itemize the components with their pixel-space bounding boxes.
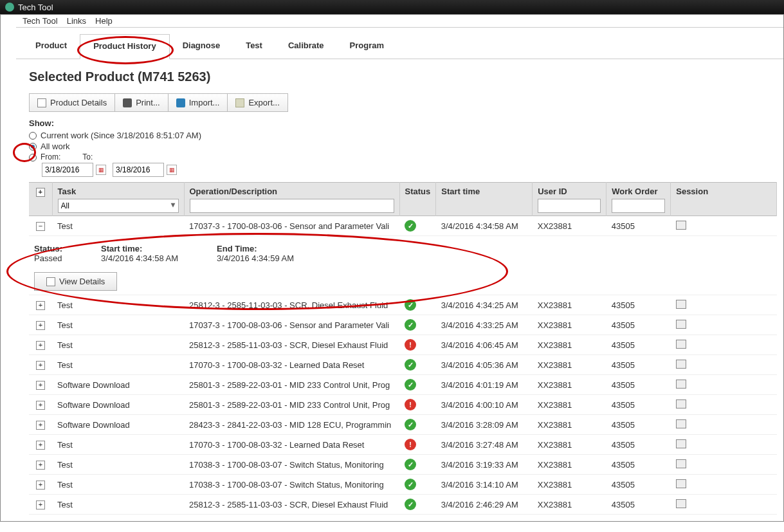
cell-user: XX23881 — [533, 495, 606, 515]
table-row[interactable]: +Test25812-3 - 2585-11-03-03 - SCR, Dies… — [29, 495, 777, 515]
cell-user: XX23881 — [533, 475, 606, 495]
cell-status: ✓ — [399, 455, 436, 475]
funnel-icon[interactable]: ▾ — [171, 200, 175, 209]
cell-start: 3/4/2016 4:34:25 AM — [436, 295, 533, 315]
to-date-input[interactable] — [113, 163, 164, 177]
table-row[interactable]: +Software Download28423-3 - 2841-22-03-0… — [29, 415, 777, 435]
cell-task: Test — [52, 475, 184, 495]
expand-icon[interactable]: + — [36, 481, 45, 490]
cell-operation: 25812-3 - 2585-11-03-03 - SCR, Diesel Ex… — [184, 295, 399, 315]
col-task[interactable]: Task — [58, 187, 77, 196]
expand-icon[interactable]: + — [36, 441, 45, 450]
radio-all-work[interactable]: All work — [29, 142, 777, 151]
table-row[interactable]: +Test17038-3 - 1700-08-03-07 - Switch St… — [29, 455, 777, 475]
table-row[interactable]: +Test17070-3 - 1700-08-03-32 - Learned D… — [29, 435, 777, 455]
col-workorder[interactable]: Work Order — [612, 187, 657, 196]
col-start[interactable]: Start time — [441, 187, 480, 196]
session-icon[interactable] — [676, 380, 686, 389]
expand-icon[interactable]: + — [36, 401, 45, 410]
cell-status: ! — [399, 395, 436, 415]
product-details-button[interactable]: Product Details — [30, 94, 115, 111]
table-row[interactable]: +Test17038-3 - 1700-08-03-07 - Switch St… — [29, 475, 777, 495]
print-button[interactable]: Print... — [115, 94, 169, 111]
cell-operation: 25812-3 - 2585-11-03-03 - SCR, Diesel Ex… — [184, 495, 399, 515]
cell-status: ✓ — [399, 415, 436, 435]
session-icon[interactable] — [676, 499, 686, 508]
col-user[interactable]: User ID — [538, 187, 567, 196]
tab-program[interactable]: Program — [337, 34, 397, 59]
tab-diagnose[interactable]: Diagnose — [170, 34, 233, 59]
expand-all-header[interactable]: + — [29, 183, 52, 216]
filter-wo-input[interactable] — [612, 199, 665, 213]
session-icon[interactable] — [676, 221, 686, 230]
session-icon[interactable] — [676, 300, 686, 309]
session-icon[interactable] — [676, 419, 686, 428]
cell-status: ! — [399, 435, 436, 455]
filter-user-input[interactable] — [538, 199, 601, 213]
tab-calibrate[interactable]: Calibrate — [275, 34, 337, 59]
cell-task: Test — [52, 435, 184, 455]
col-status[interactable]: Status — [405, 187, 431, 196]
collapse-icon[interactable]: − — [36, 222, 45, 231]
table-row[interactable]: +Software Download25801-3 - 2589-22-03-0… — [29, 395, 777, 415]
cell-status: ! — [399, 335, 436, 355]
expand-icon[interactable]: + — [36, 361, 45, 370]
calendar-icon[interactable]: ▦ — [167, 165, 177, 175]
tab-product-history[interactable]: Product History — [80, 34, 170, 59]
menu-help[interactable]: Help — [95, 16, 113, 26]
import-button[interactable]: Import... — [169, 94, 228, 111]
from-date-input[interactable] — [42, 163, 93, 177]
tab-test[interactable]: Test — [233, 34, 275, 59]
export-button[interactable]: Export... — [228, 94, 287, 111]
view-details-button[interactable]: View Details — [34, 272, 117, 291]
expand-icon[interactable]: + — [36, 301, 45, 310]
cell-session — [671, 216, 777, 236]
cell-user: XX23881 — [533, 455, 606, 475]
session-icon[interactable] — [676, 360, 686, 369]
table-row[interactable]: +Software Download25801-3 - 2589-22-03-0… — [29, 375, 777, 395]
expand-icon[interactable]: + — [36, 381, 45, 390]
table-row[interactable]: −Test17037-3 - 1700-08-03-06 - Sensor an… — [29, 216, 777, 236]
table-row[interactable]: +Test25812-3 - 2585-11-03-03 - SCR, Dies… — [29, 295, 777, 315]
calendar-icon[interactable]: ▦ — [96, 165, 106, 175]
menu-techtool[interactable]: Tech Tool — [23, 16, 58, 26]
session-icon[interactable] — [676, 459, 686, 468]
session-icon[interactable] — [676, 439, 686, 448]
to-label: To: — [82, 152, 93, 161]
cell-task: Software Download — [52, 415, 184, 435]
radio-current-work[interactable]: Current work (Since 3/18/2016 8:51:07 AM… — [29, 131, 777, 140]
session-icon[interactable] — [676, 479, 686, 488]
expand-icon[interactable]: + — [36, 500, 45, 509]
radio-icon — [29, 154, 37, 161]
expand-icon[interactable]: + — [36, 341, 45, 350]
cell-status: ✓ — [399, 495, 436, 515]
session-icon[interactable] — [676, 340, 686, 349]
session-icon[interactable] — [676, 320, 686, 329]
cell-session — [671, 355, 777, 375]
expand-icon[interactable]: + — [36, 421, 45, 430]
table-row[interactable]: +Test17070-3 - 1700-08-03-32 - Learned D… — [29, 355, 777, 375]
expand-icon[interactable]: + — [36, 461, 45, 470]
menu-links[interactable]: Links — [67, 16, 86, 26]
expand-icon[interactable]: + — [36, 321, 45, 330]
tab-product[interactable]: Product — [23, 34, 80, 59]
table-row[interactable]: +Test17037-3 - 1700-08-03-06 - Sensor an… — [29, 315, 777, 335]
cell-user: XX23881 — [533, 415, 606, 435]
cell-user: XX23881 — [533, 335, 606, 355]
filter-operation-input[interactable] — [190, 199, 394, 213]
table-row[interactable]: +Test25812-3 - 2585-11-03-03 - SCR, Dies… — [29, 335, 777, 355]
status-ok-icon: ✓ — [405, 479, 416, 490]
filter-task-input[interactable] — [58, 199, 179, 213]
expanded-detail-row: Status:PassedStart time:3/4/2016 4:34:58… — [29, 236, 777, 295]
status-ok-icon: ✓ — [405, 359, 416, 371]
status-ok-icon: ✓ — [405, 499, 416, 510]
cell-task: Test — [52, 455, 184, 475]
col-operation[interactable]: Operation/Description — [190, 187, 278, 196]
col-session[interactable]: Session — [676, 187, 708, 196]
document-icon — [46, 277, 55, 286]
status-ok-icon: ✓ — [405, 379, 416, 390]
cell-workorder: 43505 — [606, 355, 671, 375]
session-icon[interactable] — [676, 399, 686, 408]
cell-workorder: 43505 — [606, 216, 671, 236]
detail-status-label: Status: — [34, 244, 62, 253]
